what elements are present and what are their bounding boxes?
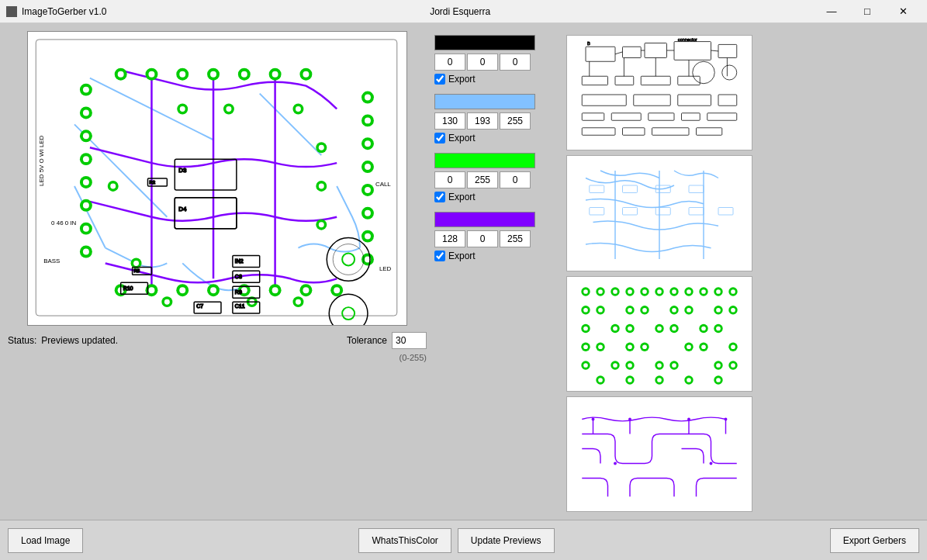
svg-point-35 [118, 71, 124, 78]
svg-point-231 [583, 363, 588, 368]
maximize-button[interactable]: □ [849, 0, 885, 23]
svg-point-83 [110, 183, 116, 188]
svg-point-45 [272, 71, 278, 78]
color-r-green[interactable] [434, 171, 465, 188]
svg-point-171 [628, 289, 632, 294]
svg-point-207 [628, 326, 632, 330]
export-label-blue[interactable]: Export [448, 133, 476, 143]
preview-black: B connector [566, 35, 752, 150]
svg-text:R9: R9 [235, 289, 242, 295]
color-section-black: Export [434, 35, 559, 85]
svg-point-213 [701, 326, 706, 330]
svg-point-258 [725, 417, 728, 420]
svg-point-215 [716, 326, 721, 330]
export-checkbox-purple[interactable] [434, 251, 445, 261]
svg-text:C7: C7 [196, 303, 203, 309]
color-inputs-purple [434, 230, 559, 247]
tolerance-input[interactable] [392, 332, 427, 349]
svg-point-199 [716, 307, 721, 312]
svg-point-77 [164, 299, 170, 305]
svg-point-85 [296, 106, 301, 112]
svg-point-256 [628, 417, 631, 420]
bottom-bar-right: Export Gerbers [830, 528, 919, 553]
export-label-purple[interactable]: Export [448, 251, 476, 261]
color-bar-black [434, 35, 535, 50]
svg-point-243 [731, 363, 735, 368]
svg-point-179 [687, 289, 691, 294]
svg-point-259 [614, 461, 617, 465]
color-r-blue[interactable] [434, 112, 465, 130]
color-g-purple[interactable] [467, 230, 498, 247]
svg-point-241 [716, 363, 721, 368]
svg-point-211 [672, 326, 676, 330]
status-area: Status: Previews updated. Tolerance (0-2… [8, 332, 427, 363]
color-bar-green [434, 153, 535, 168]
color-b-purple[interactable] [500, 230, 531, 247]
svg-text:C11: C11 [235, 303, 245, 309]
svg-point-253 [716, 378, 721, 382]
left-panel: D3 D4 R10 IN2 C8 R9 C11 C7 [8, 31, 427, 512]
export-check-purple: Export [434, 251, 559, 261]
svg-point-81 [296, 299, 301, 305]
minimize-button[interactable]: — [814, 0, 849, 23]
bottom-bar: Load Image WhatsThisColor Update Preview… [0, 520, 927, 560]
color-g-green[interactable] [467, 171, 498, 188]
svg-point-15 [83, 226, 89, 232]
status-value: Previews updated. [41, 335, 118, 346]
color-r-black[interactable] [434, 54, 465, 71]
title-bar: ImageToGerber v1.0 Jordi Esquerra — □ ✕ [0, 0, 927, 23]
svg-text:CALL: CALL [375, 181, 391, 188]
range-hint: (0-255) [400, 353, 427, 362]
svg-point-245 [598, 378, 603, 382]
svg-text:LED 5V O WI LED: LED 5V O WI LED [38, 135, 45, 186]
svg-point-21 [365, 117, 371, 123]
color-g-black[interactable] [467, 54, 498, 71]
load-image-button[interactable]: Load Image [8, 528, 83, 553]
svg-point-189 [598, 307, 603, 312]
svg-rect-117 [571, 36, 748, 150]
bottom-bar-center: WhatsThisColor Update Previews [358, 528, 554, 553]
svg-text:D4: D4 [178, 206, 187, 213]
color-g-blue[interactable] [467, 112, 498, 130]
svg-text:BASS: BASS [43, 258, 60, 264]
export-check-blue: Export [434, 133, 559, 143]
color-r-purple[interactable] [434, 230, 465, 247]
svg-point-177 [672, 289, 676, 294]
svg-point-25 [365, 164, 371, 170]
svg-point-43 [241, 71, 247, 78]
color-b-blue[interactable] [500, 112, 531, 130]
color-inputs-blue [434, 112, 559, 130]
svg-point-197 [687, 307, 691, 312]
svg-point-209 [657, 326, 662, 330]
color-inputs-green [434, 171, 559, 188]
svg-text:R2: R2 [149, 180, 155, 185]
export-check-green: Export [434, 192, 559, 202]
export-checkbox-blue[interactable] [434, 133, 445, 143]
export-gerbers-button[interactable]: Export Gerbers [830, 528, 919, 553]
svg-point-203 [583, 326, 588, 330]
svg-point-233 [613, 363, 617, 368]
tolerance-label: Tolerance [347, 335, 387, 346]
svg-point-13 [83, 202, 89, 209]
svg-point-229 [731, 344, 735, 349]
export-label-black[interactable]: Export [448, 74, 476, 85]
color-bar-purple [434, 212, 535, 227]
color-b-black[interactable] [500, 54, 531, 71]
svg-point-63 [334, 287, 340, 293]
svg-point-223 [642, 344, 647, 349]
export-label-green[interactable]: Export [448, 192, 476, 202]
svg-point-255 [592, 417, 595, 420]
svg-point-239 [672, 363, 676, 368]
export-checkbox-green[interactable] [434, 192, 445, 202]
svg-point-185 [731, 289, 735, 294]
update-previews-button[interactable]: Update Previews [458, 528, 555, 553]
svg-text:IN2: IN2 [235, 258, 244, 264]
whats-this-color-button[interactable]: WhatsThisColor [358, 528, 451, 553]
close-button[interactable]: ✕ [885, 0, 921, 23]
middle-panel: Export Export [434, 31, 559, 512]
svg-point-55 [210, 287, 216, 293]
svg-point-59 [272, 287, 278, 293]
export-checkbox-black[interactable] [434, 74, 445, 85]
svg-point-7 [83, 133, 89, 139]
color-b-green[interactable] [500, 171, 531, 188]
